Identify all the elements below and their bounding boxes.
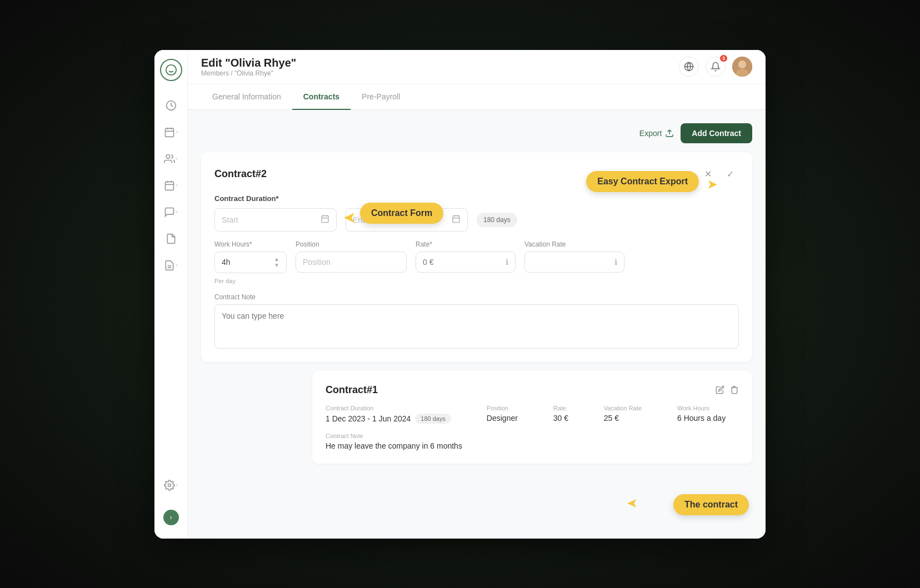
work-hours-label: Work Hours* bbox=[214, 240, 287, 248]
notification-badge: 3 bbox=[720, 55, 727, 62]
globe-button[interactable] bbox=[679, 57, 699, 77]
tab-contracts[interactable]: Contracts bbox=[292, 84, 351, 110]
position-group: Position bbox=[296, 240, 407, 284]
rate-field[interactable] bbox=[423, 258, 506, 267]
work-hours-value: 4h bbox=[222, 258, 231, 267]
action-bar: Export Add Contract bbox=[201, 123, 752, 143]
contract1-header: Contract#1 bbox=[326, 384, 739, 396]
contract1-vacation-rate-label: Vacation Rate bbox=[604, 405, 655, 411]
tooltip-the-contract-text: The contract bbox=[684, 500, 738, 509]
notification-button[interactable]: 3 bbox=[706, 57, 726, 77]
contract1-duration-label: Contract Duration bbox=[326, 405, 464, 411]
vacation-rate-input[interactable]: ℹ bbox=[524, 252, 624, 273]
tooltip-contract-form: Contract Form bbox=[360, 203, 443, 224]
vacation-rate-group: Vacation Rate ℹ bbox=[524, 240, 624, 284]
edit-contract1-button[interactable] bbox=[716, 385, 724, 394]
svg-point-15 bbox=[168, 484, 171, 486]
note-label: Contract Note bbox=[214, 293, 739, 301]
sidebar-item-messages[interactable]: › bbox=[160, 201, 182, 223]
contract1-position-label: Position bbox=[487, 405, 531, 411]
contract1-work-hours-col: Work Hours 6 Hours a day bbox=[677, 405, 739, 424]
tooltip-easy-export: Easy Contract Export bbox=[586, 171, 699, 192]
breadcrumb: Members / "Olivia Rhye" bbox=[201, 69, 296, 77]
contract1-position-value: Designer bbox=[487, 414, 531, 423]
duration-label: Contract Duration* bbox=[214, 194, 739, 203]
start-date-input[interactable] bbox=[214, 208, 337, 232]
main-content: Edit "Olivia Rhye" Members / "Olivia Rhy… bbox=[188, 50, 766, 539]
end-calendar-icon bbox=[452, 214, 461, 225]
tab-general-information[interactable]: General Information bbox=[201, 84, 292, 110]
vacation-rate-label: Vacation Rate bbox=[524, 240, 624, 248]
topbar-left: Edit "Olivia Rhye" Members / "Olivia Rhy… bbox=[201, 57, 296, 77]
sidebar-item-members[interactable]: › bbox=[160, 148, 182, 170]
rate-info-icon: ℹ bbox=[506, 258, 508, 267]
sidebar-item-settings[interactable]: › bbox=[160, 474, 182, 496]
expand-sidebar-button[interactable]: › bbox=[163, 510, 179, 525]
svg-rect-22 bbox=[322, 215, 328, 222]
work-hours-spinner[interactable]: ▲ ▼ bbox=[274, 257, 279, 268]
tab-pre-payroll[interactable]: Pre-Payroll bbox=[351, 84, 411, 110]
contract1-vacation-rate-value: 25 € bbox=[604, 414, 655, 423]
sidebar: › › › › bbox=[154, 50, 188, 539]
work-hours-input[interactable]: 4h ▲ ▼ bbox=[214, 252, 287, 273]
contract1-position-col: Position Designer bbox=[487, 405, 531, 424]
rate-label: Rate* bbox=[416, 240, 516, 248]
topbar-right: 3 bbox=[679, 57, 752, 77]
contract1-rate-value: 30 € bbox=[553, 414, 582, 423]
svg-point-19 bbox=[738, 61, 746, 68]
page-title: Edit "Olivia Rhye" bbox=[201, 57, 296, 69]
contract1-note-label: Contract Note bbox=[326, 433, 739, 439]
sidebar-item-reports[interactable]: › bbox=[160, 254, 182, 277]
contract1-note-value: He may leave the company in 6 months bbox=[326, 441, 739, 450]
position-field[interactable] bbox=[303, 258, 399, 267]
confirm-contract-button[interactable]: ✓ bbox=[721, 165, 739, 183]
contract1-duration-badge: 180 days bbox=[415, 414, 451, 424]
app-logo[interactable] bbox=[160, 59, 182, 81]
sidebar-item-calendar[interactable]: › bbox=[160, 121, 182, 143]
spinner-up[interactable]: ▲ bbox=[274, 257, 279, 262]
svg-rect-4 bbox=[165, 128, 173, 137]
contract1-rate-label: Rate bbox=[553, 405, 582, 411]
note-textarea[interactable] bbox=[214, 304, 739, 349]
arrow-contract-form: ➤ bbox=[343, 208, 356, 227]
export-button[interactable]: Export bbox=[639, 129, 674, 138]
sidebar-item-documents[interactable] bbox=[160, 228, 182, 250]
spinner-down[interactable]: ▼ bbox=[274, 263, 279, 268]
svg-point-8 bbox=[166, 154, 170, 158]
days-badge: 180 days bbox=[477, 213, 517, 227]
topbar: Edit "Olivia Rhye" Members / "Olivia Rhy… bbox=[188, 50, 766, 84]
contract1-work-hours-value: 6 Hours a day bbox=[677, 414, 739, 423]
arrow-the-contract: ➤ bbox=[627, 495, 638, 511]
add-contract-button[interactable]: Add Contract bbox=[681, 123, 752, 143]
contract1-card: Contract#1 bbox=[312, 371, 752, 464]
position-label: Position bbox=[296, 240, 407, 248]
rate-input[interactable]: ℹ bbox=[416, 252, 516, 273]
svg-rect-9 bbox=[165, 182, 173, 190]
delete-contract1-button[interactable] bbox=[730, 385, 739, 394]
rate-group: Rate* ℹ bbox=[416, 240, 516, 284]
contract1-rate-col: Rate 30 € bbox=[553, 405, 582, 424]
contract1-duration-text: 1 Dec 2023 - 1 Jun 2024 bbox=[326, 414, 411, 423]
note-group: Contract Note bbox=[214, 293, 739, 349]
sidebar-item-schedule[interactable]: › bbox=[160, 174, 182, 197]
contract-form-actions: ✕ ✓ bbox=[699, 165, 739, 183]
contract1-work-hours-label: Work Hours bbox=[677, 405, 739, 411]
tooltip-easy-export-text: Easy Contract Export bbox=[597, 177, 688, 186]
position-input[interactable] bbox=[296, 252, 407, 273]
contract1-actions bbox=[716, 385, 739, 394]
svg-point-0 bbox=[166, 64, 176, 74]
contract1-duration-value: 1 Dec 2023 - 1 Jun 2024 180 days bbox=[326, 414, 464, 424]
avatar[interactable] bbox=[732, 57, 752, 77]
sidebar-item-history[interactable] bbox=[160, 94, 182, 117]
vacation-rate-field[interactable] bbox=[532, 258, 614, 267]
arrow-easy-export: ➤ bbox=[707, 177, 718, 192]
contract1-info-grid: Contract Duration 1 Dec 2023 - 1 Jun 202… bbox=[326, 405, 739, 424]
tooltip-contract-form-text: Contract Form bbox=[371, 208, 432, 218]
contract1-duration-col: Contract Duration 1 Dec 2023 - 1 Jun 202… bbox=[326, 405, 464, 424]
contract1-title: Contract#1 bbox=[326, 384, 378, 396]
tabs: General Information Contracts Pre-Payrol… bbox=[188, 84, 766, 110]
tooltip-the-contract: The contract bbox=[673, 494, 749, 515]
contract1-note-section: Contract Note He may leave the company i… bbox=[326, 433, 739, 450]
start-date-field[interactable] bbox=[222, 215, 316, 224]
details-row: Work Hours* 4h ▲ ▼ Per day Pos bbox=[214, 240, 739, 284]
